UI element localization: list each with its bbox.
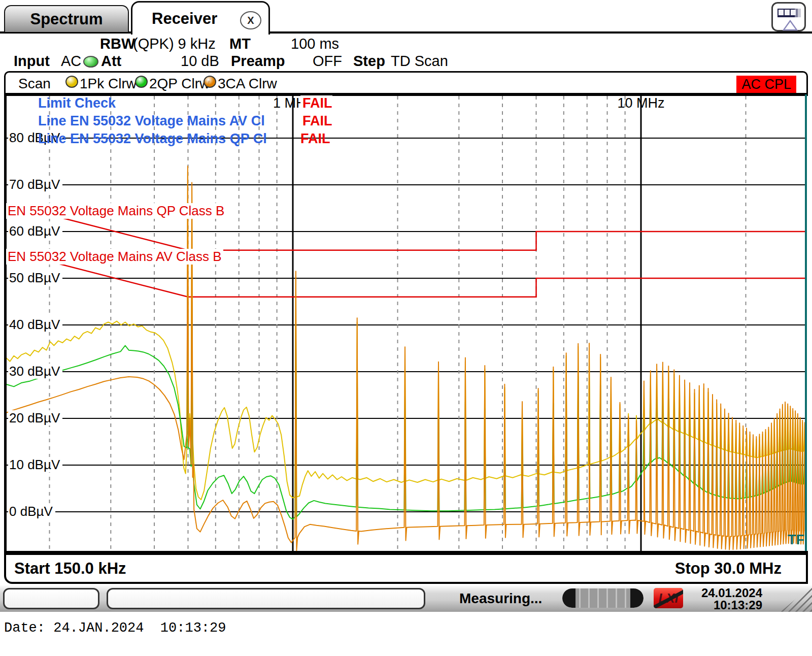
limit-line-label: EN 55032 Voltage Mains QP Class B: [6, 203, 226, 219]
step-label: Step: [353, 53, 385, 70]
screenshot-date-caption: Date: 24.JAN.2024 10:13:29: [4, 620, 226, 636]
trace3-legend[interactable]: 3CA Clrw: [218, 76, 277, 92]
softkey-button-2[interactable]: [107, 588, 425, 609]
close-icon[interactable]: X: [240, 11, 261, 29]
preamp-value[interactable]: OFF: [313, 53, 342, 70]
limit-check-line-av: Line EN 55032 Voltage Mains AV Cl: [38, 113, 265, 128]
trace-legend-bar: Scan 1Pk Clrw 2QP Clrw 3CA Clrw AC CPL: [4, 71, 808, 94]
att-value[interactable]: 10 dB: [181, 53, 219, 70]
y-axis-label: 40 dBµV: [8, 317, 62, 332]
tab-spectrum-label: Spectrum: [30, 10, 103, 28]
limit-line-label: EN 55032 Voltage Mains AV Class B: [6, 249, 223, 265]
att-label: Att: [101, 53, 121, 70]
limit-check-line-av-status: FAIL: [300, 113, 332, 128]
measuring-status: Measuring...: [459, 591, 542, 607]
scan-label: Scan: [18, 76, 51, 92]
lxi-icon: LXI: [654, 588, 683, 608]
limit-check-status: FAIL: [300, 95, 332, 111]
coupling-status-badge: AC CPL: [736, 76, 796, 93]
trace2-marker-icon: [135, 76, 148, 88]
tab-spectrum[interactable]: Spectrum: [4, 5, 129, 32]
tab-receiver-label: Receiver: [152, 10, 217, 28]
measurement-progress: [562, 588, 644, 608]
trace1-legend[interactable]: 1Pk Clrw: [80, 76, 137, 92]
header-row-1: RBW (QPK) 9 kHz MT 100 ms: [0, 36, 812, 52]
y-axis-label: 50 dBµV: [8, 270, 62, 285]
step-value[interactable]: TD Scan: [391, 53, 448, 70]
spectrum-plot: [7, 96, 805, 551]
y-axis-label: 70 dBµV: [8, 177, 62, 192]
tab-receiver[interactable]: Receiver X: [131, 1, 270, 35]
stop-frequency: Stop 30.0 MHz: [675, 560, 782, 578]
rbw-value[interactable]: (QPK) 9 kHz: [133, 36, 216, 52]
input-label: Input: [14, 53, 50, 70]
trace3-marker-icon: [204, 76, 216, 88]
start-frequency: Start 150.0 kHz: [14, 560, 126, 578]
status-time: 10:13:29: [701, 599, 762, 611]
mt-value[interactable]: 100 ms: [291, 36, 339, 52]
instrument-screen: Spectrum Receiver X RBW (QPK) 9 kHz MT 1…: [0, 0, 812, 656]
status-bar: Measuring... LXI 24.01.2024 10:13:29: [0, 585, 812, 612]
trace2-legend[interactable]: 2QP Clrw: [149, 76, 210, 92]
trace1-marker-icon: [65, 76, 78, 88]
y-axis-label: 0 dBµV: [8, 504, 55, 519]
y-axis-label: 10 dBµV: [8, 457, 62, 472]
y-axis-label: 30 dBµV: [8, 364, 62, 379]
limit-check-line-qp: Line EN 55032 Voltage Mains QP Cl: [38, 131, 267, 146]
frequency-range-bar: Start 150.0 kHz Stop 30.0 MHz: [4, 553, 808, 584]
header-row-2: Input AC Att 10 dB Preamp OFF Step TD Sc…: [0, 53, 812, 70]
mt-label: MT: [229, 36, 251, 52]
datetime-display: 24.01.2024 10:13:29: [701, 587, 762, 611]
softkey-button-1[interactable]: [3, 588, 99, 609]
input-value[interactable]: AC: [61, 53, 81, 70]
resize-grip[interactable]: [781, 585, 812, 612]
y-axis-label: 20 dBµV: [8, 410, 62, 425]
preamp-label: Preamp: [231, 53, 285, 70]
triangle-icon: [783, 20, 798, 31]
status-date: 24.01.2024: [701, 587, 762, 599]
plot-border-right: [805, 94, 807, 551]
x-axis-label: 10 MHz: [611, 95, 671, 111]
display-config-button[interactable]: [771, 2, 806, 31]
input-status-led: [83, 56, 98, 68]
progress-bar-icon: [777, 9, 801, 17]
limit-check-line-qp-status: FAIL: [300, 131, 330, 146]
limit-check-title: Limit Check: [38, 95, 116, 111]
rbw-label: RBW: [100, 36, 135, 52]
trace-flag-label: TF: [788, 532, 804, 548]
y-axis-label: 60 dBµV: [8, 223, 62, 239]
